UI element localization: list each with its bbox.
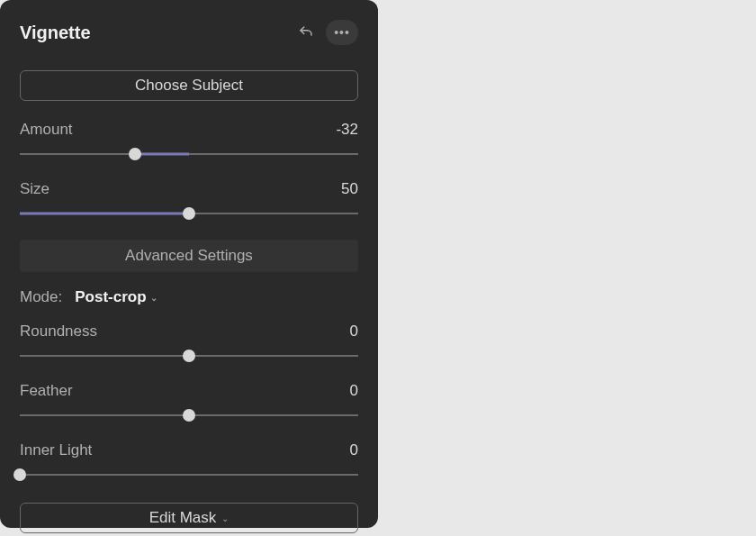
panel-header: Vignette ••• [20,20,358,45]
feather-slider[interactable] [20,409,358,422]
amount-value: -32 [336,121,358,139]
amount-slider[interactable] [20,148,358,160]
choose-subject-label: Choose Subject [135,77,243,95]
roundness-value: 0 [350,323,358,341]
mode-dropdown[interactable]: Post-crop ⌄ [75,288,157,306]
slider-label-row: Size 50 [20,180,358,198]
chevron-down-icon: ⌄ [150,293,158,303]
more-button[interactable]: ••• [326,20,358,45]
slider-thumb[interactable] [183,207,195,220]
feather-slider-group: Feather 0 [20,382,358,422]
size-label: Size [20,180,50,198]
mode-label: Mode: [20,288,62,306]
slider-fill [20,213,189,215]
inner-light-slider-group: Inner Light 0 [20,441,358,481]
roundness-slider-group: Roundness 0 [20,323,358,362]
advanced-settings-header: Advanced Settings [20,240,358,272]
size-value: 50 [341,180,358,198]
slider-track [20,474,358,476]
chevron-down-icon: ⌄ [221,513,229,523]
mode-row: Mode: Post-crop ⌄ [20,288,358,306]
slider-thumb[interactable] [183,409,195,422]
header-icons: ••• [293,20,358,45]
inner-light-slider[interactable] [20,468,358,481]
slider-label-row: Feather 0 [20,382,358,400]
size-slider-group: Size 50 [20,180,358,220]
slider-label-row: Roundness 0 [20,323,358,341]
slider-thumb[interactable] [14,468,26,481]
choose-subject-button[interactable]: Choose Subject [20,70,358,101]
undo-button[interactable] [293,20,319,45]
edit-mask-button[interactable]: Edit Mask ⌄ [20,503,358,533]
advanced-settings-label: Advanced Settings [125,247,253,265]
slider-fill [135,153,189,156]
slider-label-row: Inner Light 0 [20,441,358,459]
feather-label: Feather [20,382,73,400]
more-icon: ••• [334,25,350,40]
inner-light-value: 0 [350,441,358,459]
slider-thumb[interactable] [129,148,141,160]
mode-selected: Post-crop [75,288,146,306]
roundness-slider[interactable] [20,350,358,362]
roundness-label: Roundness [20,323,97,341]
vignette-panel: Vignette ••• Choose Subject Amount -32 [0,0,378,528]
panel-title: Vignette [20,23,91,43]
amount-slider-group: Amount -32 [20,121,358,160]
inner-light-label: Inner Light [20,441,92,459]
feather-value: 0 [350,382,358,400]
slider-track [20,153,358,155]
slider-thumb[interactable] [183,350,195,362]
amount-label: Amount [20,121,73,139]
edit-mask-label: Edit Mask [149,509,217,527]
slider-label-row: Amount -32 [20,121,358,139]
undo-icon [298,24,314,41]
size-slider[interactable] [20,207,358,220]
